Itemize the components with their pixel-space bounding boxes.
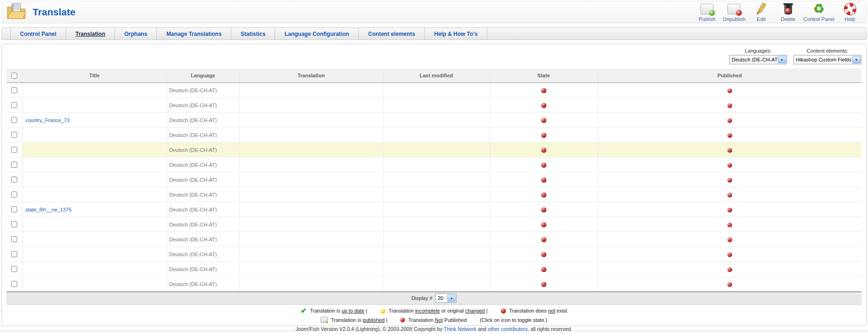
row-checkbox[interactable] bbox=[11, 191, 17, 198]
state-icon[interactable] bbox=[541, 252, 546, 257]
legend-row-state: ✔ Translation is up to date | Translatio… bbox=[7, 308, 861, 314]
published-icon[interactable] bbox=[727, 178, 732, 183]
ball-red-icon bbox=[501, 308, 506, 314]
last-modified-cell bbox=[383, 83, 490, 98]
state-icon[interactable] bbox=[541, 133, 546, 138]
tab-statistics[interactable]: Statistics bbox=[231, 28, 275, 40]
row-checkbox[interactable] bbox=[11, 177, 17, 183]
published-icon[interactable] bbox=[727, 148, 732, 153]
title-cell bbox=[22, 128, 167, 143]
translation-cell bbox=[239, 247, 383, 262]
state-icon[interactable] bbox=[541, 282, 546, 287]
table-row: Deutsch (DE-CH-AT) bbox=[7, 247, 861, 262]
published-icon[interactable] bbox=[727, 223, 732, 227]
delete-button[interactable]: Delete bbox=[776, 2, 800, 22]
language-cell: Deutsch (DE-CH-AT) bbox=[167, 247, 239, 262]
row-checkbox[interactable] bbox=[11, 251, 17, 257]
chevron-down-icon: ▼ bbox=[778, 56, 786, 63]
tab-translation[interactable]: Translation bbox=[66, 28, 115, 40]
tab-language-configuration[interactable]: Language Configuration bbox=[275, 28, 359, 40]
table-header-row: Title Language Translation Last modified… bbox=[7, 68, 861, 83]
state-icon[interactable] bbox=[541, 88, 546, 93]
table-row: Deutsch (DE-CH-AT) bbox=[7, 98, 861, 113]
row-checkbox[interactable] bbox=[11, 266, 17, 272]
row-title-link[interactable]: state_Rh__ne_1375 bbox=[26, 207, 72, 212]
published-icon[interactable] bbox=[727, 267, 732, 272]
translation-cell bbox=[239, 172, 383, 187]
state-icon[interactable] bbox=[541, 148, 546, 153]
state-icon[interactable] bbox=[541, 118, 546, 123]
table-row: Deutsch (DE-CH-AT) bbox=[7, 83, 861, 98]
last-modified-cell bbox=[383, 247, 490, 262]
last-modified-cell bbox=[383, 217, 490, 232]
row-checkbox[interactable] bbox=[11, 236, 17, 242]
row-title-link[interactable]: country_France_73 bbox=[26, 117, 70, 123]
help-button[interactable]: Help bbox=[838, 2, 861, 22]
table-row: Deutsch (DE-CH-AT) bbox=[7, 128, 861, 143]
tab-orphans[interactable]: Orphans bbox=[115, 28, 157, 40]
published-icon[interactable] bbox=[727, 103, 732, 108]
state-icon[interactable] bbox=[541, 222, 546, 227]
published-icon[interactable] bbox=[727, 208, 732, 212]
control-panel-icon: ♻ bbox=[814, 2, 825, 15]
content-elements-select[interactable]: Hikashop Custom Fields ▼ bbox=[794, 55, 861, 64]
edit-icon bbox=[755, 2, 767, 15]
edit-button[interactable]: Edit bbox=[749, 2, 773, 22]
table-row: Deutsch (DE-CH-AT) bbox=[7, 172, 861, 187]
tab-content-elements[interactable]: Content elements bbox=[359, 28, 425, 40]
chevron-down-icon: ▼ bbox=[852, 56, 861, 63]
legend-toggle-note: (Click on icon to toggle state.) bbox=[480, 317, 547, 323]
content-elements-filter: Content elements: Hikashop Custom Fields… bbox=[794, 48, 861, 67]
title-cell bbox=[22, 217, 167, 232]
state-icon[interactable] bbox=[541, 163, 546, 168]
display-count-label: Display # bbox=[411, 295, 432, 301]
state-icon[interactable] bbox=[541, 103, 546, 108]
title-cell bbox=[22, 172, 167, 187]
state-icon[interactable] bbox=[541, 207, 546, 212]
control-panel-button[interactable]: ♻ Control Panel bbox=[803, 2, 834, 22]
languages-select[interactable]: Deutsch (DE-CH-AT) ▼ bbox=[729, 55, 787, 64]
row-checkbox[interactable] bbox=[11, 102, 17, 108]
translate-folder-icon bbox=[7, 2, 27, 22]
published-icon[interactable] bbox=[727, 118, 732, 123]
published-icon[interactable] bbox=[727, 163, 732, 168]
row-checkbox[interactable] bbox=[11, 132, 17, 138]
published-icon[interactable] bbox=[727, 133, 732, 138]
state-icon[interactable] bbox=[541, 267, 546, 272]
header-band: Translate Publish Unpublish Edit Delete bbox=[1, 1, 867, 23]
published-icon[interactable] bbox=[727, 89, 732, 93]
published-icon[interactable] bbox=[727, 282, 732, 287]
unpublish-button[interactable]: Unpublish bbox=[722, 2, 746, 22]
row-checkbox[interactable] bbox=[11, 87, 17, 93]
state-icon[interactable] bbox=[541, 177, 546, 183]
published-icon[interactable] bbox=[727, 252, 732, 257]
tab-control-panel[interactable]: Control Panel bbox=[10, 28, 66, 40]
last-modified-cell bbox=[383, 262, 490, 277]
row-checkbox[interactable] bbox=[11, 117, 17, 123]
tab-bar: Control Panel Translation Orphans Manage… bbox=[1, 27, 867, 40]
published-icon[interactable] bbox=[727, 193, 732, 198]
language-cell: Deutsch (DE-CH-AT) bbox=[167, 83, 239, 98]
translation-cell bbox=[239, 98, 383, 113]
language-cell: Deutsch (DE-CH-AT) bbox=[167, 157, 239, 172]
published-icon[interactable] bbox=[727, 238, 732, 242]
row-checkbox[interactable] bbox=[11, 221, 17, 227]
row-checkbox[interactable] bbox=[11, 162, 17, 168]
row-checkbox[interactable] bbox=[11, 147, 17, 153]
row-checkbox[interactable] bbox=[11, 206, 17, 212]
display-count-select[interactable]: 20 ▼ bbox=[435, 293, 457, 303]
state-icon[interactable] bbox=[541, 237, 546, 242]
tab-manage-translations[interactable]: Manage Translations bbox=[157, 28, 231, 40]
languages-label: Languages: bbox=[745, 48, 772, 54]
language-cell: Deutsch (DE-CH-AT) bbox=[167, 113, 239, 128]
unpublish-icon bbox=[727, 2, 740, 15]
translation-cell bbox=[239, 128, 383, 143]
check-green-icon: ✔ bbox=[301, 308, 307, 314]
select-all-checkbox[interactable] bbox=[11, 73, 17, 79]
ball-red-icon bbox=[400, 318, 405, 322]
state-icon[interactable] bbox=[541, 192, 546, 198]
tab-help-how-tos[interactable]: Help & How To's bbox=[425, 28, 487, 40]
chevron-down-icon: ▼ bbox=[447, 294, 456, 302]
row-checkbox[interactable] bbox=[11, 281, 17, 287]
publish-button[interactable]: Publish bbox=[695, 2, 719, 22]
